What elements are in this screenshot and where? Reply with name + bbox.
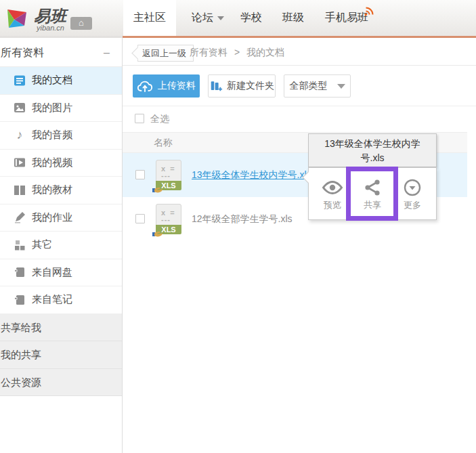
sidebar-item-label: 我的教材 — [32, 184, 72, 196]
upload-button-label: 上传资料 — [158, 80, 196, 92]
sidebar-item-label: 我的作业 — [32, 211, 72, 224]
top-header: 易班 yiban.cn ⌂ 主社区 论坛 学校 班级 手机易班 — [0, 0, 476, 36]
sidebar-item-my-documents[interactable]: 我的文档 — [0, 67, 122, 95]
yiban-logo-icon — [5, 8, 30, 31]
sidebar-item-label: 其它 — [32, 238, 52, 251]
sidebar-item-other[interactable]: 其它 — [0, 232, 122, 259]
action-label: 共享 — [353, 199, 392, 211]
share-action[interactable]: 共享 — [353, 168, 392, 221]
tab-school[interactable]: 学校 — [236, 0, 267, 36]
sidebar-item-my-pictures[interactable]: 我的图片 — [0, 95, 122, 123]
type-filter-dropdown[interactable]: 全部类型 — [284, 74, 351, 98]
book-icon — [13, 184, 26, 197]
chevron-down-icon — [217, 16, 224, 20]
main-content: 返回上一级 所有资料 > 我的文档 上传资料 — [123, 38, 476, 453]
page: 易班 yiban.cn ⌂ 主社区 论坛 学校 班级 手机易班 — [0, 0, 476, 453]
chevron-down-icon — [337, 84, 345, 89]
new-folder-icon — [209, 80, 223, 93]
sidebar-section-shared-with-me[interactable]: 共享给我 — [0, 314, 122, 342]
collapse-icon[interactable]: – — [104, 38, 110, 67]
sidebar-item-label: 来自网盘 — [32, 266, 72, 279]
eye-icon — [313, 177, 352, 198]
preview-action[interactable]: 预览 — [313, 168, 352, 221]
sidebar-section-label: 我的共享 — [1, 349, 41, 360]
sidebar-item-label: 我的图片 — [32, 102, 72, 114]
tab-label: 论坛 — [192, 11, 213, 25]
sidebar-item-my-audio[interactable]: ♪ 我的音频 — [0, 122, 122, 150]
xls-file-icon: x =--- XLS — [156, 204, 181, 234]
file-link[interactable]: 13年级全体学生校内学号.xls — [192, 169, 311, 181]
new-folder-button-label: 新建文件夹 — [227, 80, 274, 92]
breadcrumb: 所有资料 > 我的文档 — [190, 47, 284, 59]
xls-doc-shape: x =--- — [156, 160, 181, 181]
new-folder-button[interactable]: 新建文件夹 — [208, 74, 276, 98]
sidebar-item-label: 我的视频 — [32, 156, 72, 169]
back-button[interactable]: 返回上一级 — [137, 45, 194, 62]
blocks-icon — [13, 238, 26, 252]
action-label: 更多 — [393, 199, 432, 211]
tab-label: 班级 — [282, 11, 304, 25]
sidebar-item-label: 我的文档 — [32, 74, 72, 87]
netdisk-icon — [13, 265, 26, 279]
tab-forum[interactable]: 论坛 — [184, 0, 232, 36]
file-name: 12年级全部学生学号.xls — [192, 213, 293, 225]
breadcrumb-row: 返回上一级 所有资料 > 我的文档 — [123, 38, 476, 66]
shared-hand-icon — [152, 186, 163, 193]
sidebar-item-my-videos[interactable]: 我的视频 — [0, 150, 122, 177]
brand-name: 易班 — [34, 8, 66, 24]
filename-tooltip: 13年级全体学生校内学号.xls — [308, 133, 437, 167]
document-icon — [13, 74, 26, 87]
shared-hand-icon — [152, 230, 163, 237]
toolbar: 上传资料 新建文件夹 全部类型 — [123, 66, 476, 106]
breadcrumb-current: 我的文档 — [246, 47, 284, 58]
sidebar-item-from-netdisk[interactable]: 来自网盘 — [0, 259, 122, 287]
image-icon — [13, 101, 26, 114]
video-icon — [13, 156, 26, 169]
pen-icon — [13, 211, 26, 224]
tab-label: 主社区 — [133, 11, 166, 25]
brand-domain: yiban.cn — [37, 24, 66, 32]
file-action-popup: 预览 共享 更多 — [308, 167, 437, 220]
music-icon: ♪ — [13, 129, 26, 142]
select-all-checkbox[interactable] — [135, 114, 144, 123]
sidebar-item-my-textbooks[interactable]: 我的教材 — [0, 177, 122, 204]
upload-button[interactable]: 上传资料 — [133, 74, 200, 98]
share-icon — [353, 177, 392, 198]
sidebar-section-public-resources[interactable]: 公共资源 — [0, 369, 122, 397]
cloud-upload-icon — [137, 80, 153, 93]
xls-file-icon: x =--- XLS — [156, 160, 181, 190]
sidebar-item-from-notes[interactable]: 来自笔记 — [0, 286, 122, 314]
select-all-row: 全选 — [123, 106, 476, 132]
sidebar-item-label: 我的音频 — [32, 129, 72, 142]
type-filter-value: 全部类型 — [290, 80, 328, 92]
notebook-icon — [13, 293, 26, 307]
tab-class[interactable]: 班级 — [278, 0, 309, 36]
signal-icon — [364, 5, 375, 16]
sidebar-item-label: 来自笔记 — [32, 293, 72, 306]
row-checkbox[interactable] — [135, 170, 145, 179]
home-icon[interactable]: ⌂ — [70, 17, 92, 30]
action-label: 预览 — [313, 199, 352, 211]
sidebar-section-all[interactable]: 所有资料 – — [0, 38, 122, 67]
sidebar-section-title: 所有资料 — [1, 47, 44, 58]
more-icon — [393, 177, 432, 198]
breadcrumb-root[interactable]: 所有资料 — [190, 47, 228, 58]
sidebar-section-my-shares[interactable]: 我的共享 — [0, 341, 122, 369]
more-action[interactable]: 更多 — [393, 168, 432, 221]
tab-main-community[interactable]: 主社区 — [123, 0, 176, 36]
column-header-name: 名称 — [154, 137, 173, 149]
tab-label: 手机易班 — [325, 11, 368, 25]
sidebar: 所有资料 – 我的文档 我的图片 ♪ 我的音频 我的视频 — [0, 38, 123, 453]
logo[interactable]: 易班 yiban.cn — [5, 8, 66, 32]
select-all-label: 全选 — [150, 113, 169, 125]
breadcrumb-separator: > — [234, 47, 240, 58]
sidebar-section-label: 公共资源 — [1, 376, 41, 388]
sidebar-section-label: 共享给我 — [1, 322, 41, 333]
tab-label: 学校 — [240, 11, 262, 25]
sidebar-item-my-homework[interactable]: 我的作业 — [0, 204, 122, 232]
xls-doc-shape: x =--- — [156, 204, 181, 225]
brand-block: 易班 yiban.cn — [34, 8, 66, 32]
row-checkbox[interactable] — [135, 214, 145, 223]
